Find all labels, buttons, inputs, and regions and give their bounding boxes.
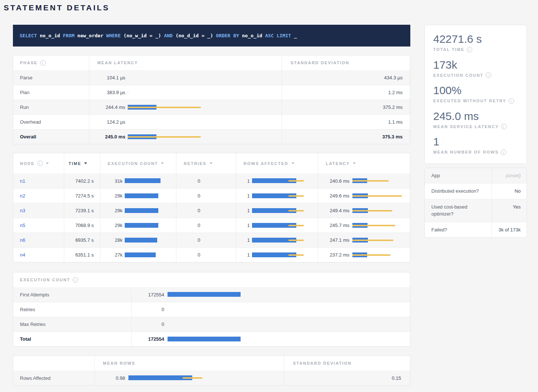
phase-latency-table: PHASE i MEAN LATENCY STANDARD DEVIATION … [13, 55, 410, 144]
attribute-value: (unset) [492, 168, 527, 183]
node-execution-count-value: 29k [108, 208, 123, 213]
phase-table-row: Overall 245.0 ms 375.3 ms [13, 129, 410, 144]
summary-stat: 100% EXECUTED WITHOUT RETRY i [433, 84, 521, 104]
summary-sidebar: 42271.6 s TOTAL TIME i 173k EXECUTION CO… [424, 25, 527, 238]
attribute-row: Distributed execution? No [425, 183, 527, 199]
node-sort-icon [46, 162, 49, 164]
attribute-value: 3k of 173k [492, 222, 527, 238]
page-title: STATEMENT DETAILS [4, 3, 538, 12]
mean-latency-value: 383.9 µs [97, 90, 125, 95]
execution-count-table: EXECUTION COUNT i First Attempts 172554 … [13, 272, 410, 347]
node-rows-affected-value: 1 [244, 237, 250, 243]
time-column-label: TIME [69, 161, 81, 166]
summary-stats-card: 42271.6 s TOTAL TIME i 173k EXECUTION CO… [424, 25, 527, 164]
execution-count-row: Total 172554 [13, 331, 410, 346]
summary-stat: 173k EXECUTION COUNT i [433, 59, 521, 78]
node-link[interactable]: n4 [20, 252, 25, 258]
stat-info-icon[interactable]: i [501, 124, 507, 129]
stat-info-icon[interactable]: i [508, 98, 514, 104]
stat-label: TOTAL TIME i [433, 47, 521, 52]
execution-count-row-bar [168, 337, 410, 342]
stat-info-icon[interactable]: i [486, 72, 491, 78]
stat-info-icon[interactable]: i [501, 149, 506, 155]
latency-column-label: LATENCY [326, 161, 350, 166]
execution-count-column-header[interactable]: EXECUTION COUNT [100, 153, 176, 173]
phase-label: Overall [20, 134, 36, 140]
node-rows-affected-value: 1 [244, 208, 250, 213]
node-table-row: n1 7402.2 s 31k 0 1 240.6 ms [13, 173, 410, 188]
stat-value: 42271.6 s [433, 33, 521, 46]
execution-count-row: First Attempts 172554 [13, 287, 410, 302]
execution-count-row-label: Retries [20, 307, 35, 312]
node-rows-affected-bar [252, 238, 318, 243]
execution-count-info-icon[interactable]: i [73, 277, 78, 283]
node-execution-count-bar [125, 252, 176, 258]
mean-latency-bar [128, 120, 282, 125]
node-time-value: 7274.5 s [75, 193, 94, 199]
node-column-header[interactable]: NODE i [13, 153, 64, 173]
stddev-value: 1.1 ms [388, 119, 403, 125]
execution-count-section-label: EXECUTION COUNT [20, 278, 70, 282]
rows-affected-header-row: MEAN ROWS STANDARD DEVIATION [13, 356, 410, 371]
latency-column-header[interactable]: LATENCY [318, 153, 410, 173]
stddev-column-label: STANDARD DEVIATION [291, 61, 349, 65]
node-rows-affected-value: 1 [244, 178, 250, 184]
time-column-header[interactable]: TIME [64, 153, 100, 173]
execution-count-sort-icon [161, 162, 164, 164]
stat-info-icon[interactable]: i [467, 47, 472, 52]
node-link[interactable]: n5 [20, 223, 25, 228]
node-execution-count-value: 31k [108, 178, 123, 184]
node-statistics-table: NODE i TIME EXECUTION COUNT RETRIES [13, 153, 410, 262]
retries-column-label: RETRIES [184, 161, 207, 166]
node-latency-bar [352, 178, 403, 183]
statement-attributes-card: App (unset) Distributed execution? No Us… [424, 168, 527, 238]
phase-table-row: Run 244.4 ms 375.2 ms [13, 100, 410, 114]
stddev-value: 1.2 ms [388, 90, 403, 95]
execution-count-row-bar [168, 322, 410, 327]
stat-label-text: EXECUTION COUNT [433, 73, 483, 78]
node-table-row: n5 7068.9 s 29k 0 1 245.7 ms [13, 218, 410, 233]
rows-affected-column-header[interactable]: ROWS AFFECTED [236, 153, 318, 173]
rows-affected-table-body: Rows Affected 0.98 0.15 [13, 371, 410, 385]
node-info-icon[interactable]: i [37, 161, 43, 166]
stddev-value: 375.3 ms [382, 134, 403, 140]
mean-latency-value: 104.1 µs [97, 75, 125, 80]
rows-affected-empty-header [13, 356, 94, 371]
mean-latency-value: 124.2 µs [97, 119, 125, 125]
phase-info-icon[interactable]: i [40, 60, 46, 66]
summary-stat: 42271.6 s TOTAL TIME i [433, 33, 521, 52]
phase-label: Plan [20, 90, 30, 95]
phase-column-label: PHASE [20, 61, 38, 65]
mean-latency-value: 244.4 ms [97, 104, 125, 110]
summary-stats-list: 42271.6 s TOTAL TIME i 173k EXECUTION CO… [433, 33, 521, 155]
summary-stat: 245.0 ms MEAN SERVICE LATENCY i [433, 110, 521, 130]
retries-column-header[interactable]: RETRIES [176, 153, 236, 173]
node-latency-value: 237.2 ms [326, 252, 349, 258]
rows-affected-table: MEAN ROWS STANDARD DEVIATION Rows Affect… [13, 355, 410, 386]
node-rows-affected-value: 1 [244, 252, 250, 258]
node-execution-count-value: 29k [108, 193, 123, 199]
execution-count-row-value: 172554 [135, 292, 164, 298]
stat-value: 173k [433, 59, 521, 72]
node-time-value: 6351.1 s [75, 252, 94, 258]
node-link[interactable]: n6 [20, 237, 25, 243]
phase-table-body: Parse 104.1 µs 434.3 µs Plan 383.9 µs 1.… [13, 70, 410, 144]
phase-table-row: Plan 383.9 µs 1.2 ms [13, 85, 410, 100]
node-execution-count-value: 29k [108, 223, 123, 228]
statement-attributes-body: App (unset) Distributed execution? No Us… [425, 168, 527, 238]
node-link[interactable]: n2 [20, 193, 25, 199]
node-link[interactable]: n1 [20, 178, 25, 184]
stddev-value: 375.2 ms [383, 104, 403, 110]
phase-table-row: Parse 104.1 µs 434.3 µs [13, 70, 410, 85]
node-link[interactable]: n3 [20, 208, 25, 213]
attribute-row: App (unset) [425, 168, 527, 183]
phase-label: Overhead [20, 119, 41, 125]
node-time-value: 7068.9 s [75, 223, 94, 228]
rows-stddev-value: 0.15 [392, 375, 401, 381]
rows-affected-column-label: ROWS AFFECTED [244, 161, 289, 166]
node-execution-count-bar [125, 223, 176, 228]
node-latency-bar [352, 193, 403, 199]
node-execution-count-bar [125, 193, 176, 199]
stat-label-text: EXECUTED WITHOUT RETRY [433, 99, 506, 103]
node-table-header-row: NODE i TIME EXECUTION COUNT RETRIES [13, 153, 410, 173]
